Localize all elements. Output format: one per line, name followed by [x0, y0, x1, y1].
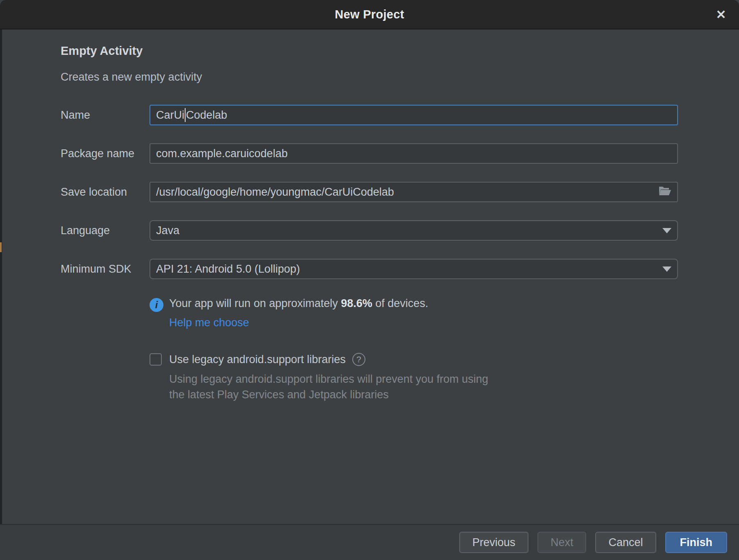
name-label: Name — [61, 109, 150, 122]
sdk-info-text-wrap: Your app will run on approximately 98.6%… — [169, 297, 428, 329]
help-me-choose-link[interactable]: Help me choose — [169, 316, 249, 329]
dialog-footer: Previous Next Cancel Finish — [0, 524, 739, 560]
close-icon: ✕ — [716, 7, 726, 22]
help-icon-glyph: ? — [356, 355, 361, 364]
language-select[interactable]: Java — [150, 220, 678, 241]
sdk-info-suffix: of devices. — [372, 297, 428, 309]
package-name-value: com.example.caruicodelab — [156, 147, 288, 160]
sdk-info-block: i Your app will run on approximately 98.… — [150, 297, 678, 329]
min-sdk-select[interactable]: API 21: Android 5.0 (Lollipop) — [150, 259, 678, 279]
name-row: Name CarUi Codelab — [61, 105, 678, 125]
language-row: Language Java — [61, 220, 678, 241]
legacy-checkbox-label[interactable]: Use legacy android.support libraries — [169, 353, 346, 366]
cancel-button[interactable]: Cancel — [595, 532, 656, 553]
previous-button[interactable]: Previous — [459, 532, 528, 553]
package-name-input[interactable]: com.example.caruicodelab — [150, 143, 678, 164]
dropdown-arrow-icon — [662, 228, 671, 233]
package-name-label: Package name — [61, 147, 150, 160]
dialog-body: Empty Activity Creates a new empty activ… — [0, 44, 739, 403]
min-sdk-value: API 21: Android 5.0 (Lollipop) — [156, 263, 300, 275]
dropdown-arrow-icon — [662, 266, 671, 272]
name-value-after-caret: Codelab — [186, 109, 227, 122]
legacy-libraries-block: Use legacy android.support libraries ? U… — [150, 353, 678, 403]
legacy-description-line2: the latest Play Services and Jetpack lib… — [169, 387, 678, 403]
text-caret — [185, 108, 186, 122]
sdk-info-prefix: Your app will run on approximately — [169, 297, 341, 309]
close-button[interactable]: ✕ — [712, 5, 730, 23]
next-button[interactable]: Next — [537, 532, 587, 553]
name-value-before-caret: CarUi — [156, 109, 184, 122]
language-label: Language — [61, 224, 150, 237]
sdk-info-text: Your app will run on approximately 98.6%… — [169, 297, 428, 310]
min-sdk-row: Minimum SDK API 21: Android 5.0 (Lollipo… — [61, 259, 678, 279]
name-input[interactable]: CarUi Codelab — [150, 105, 678, 125]
finish-button[interactable]: Finish — [665, 532, 728, 553]
window-left-edge — [0, 29, 2, 560]
page-subtitle: Creates a new empty activity — [61, 71, 678, 84]
new-project-form: Name CarUi Codelab Package name com.exam… — [61, 105, 678, 279]
save-location-input[interactable]: /usr/local/google/home/youngmac/CarUiCod… — [150, 182, 678, 202]
help-icon[interactable]: ? — [352, 353, 365, 366]
package-name-row: Package name com.example.caruicodelab — [61, 143, 678, 164]
save-location-row: Save location /usr/local/google/home/you… — [61, 182, 678, 202]
info-icon: i — [150, 298, 163, 312]
legacy-description-line1: Using legacy android.support libraries w… — [169, 372, 678, 387]
language-value: Java — [156, 224, 179, 237]
folder-browse-icon[interactable] — [658, 185, 671, 199]
dialog-title: New Project — [335, 8, 404, 21]
sdk-info-percent: 98.6% — [341, 297, 372, 309]
page-title: Empty Activity — [61, 44, 678, 58]
legacy-description: Using legacy android.support libraries w… — [169, 372, 678, 403]
info-icon-glyph: i — [155, 299, 158, 311]
legacy-checkbox-row: Use legacy android.support libraries ? — [150, 353, 678, 366]
save-location-value: /usr/local/google/home/youngmac/CarUiCod… — [156, 186, 394, 199]
dialog-titlebar: New Project ✕ — [0, 0, 739, 29]
left-edge-artifact — [0, 242, 2, 252]
min-sdk-label: Minimum SDK — [61, 263, 150, 275]
save-location-label: Save location — [61, 186, 150, 199]
legacy-checkbox[interactable] — [150, 353, 162, 366]
